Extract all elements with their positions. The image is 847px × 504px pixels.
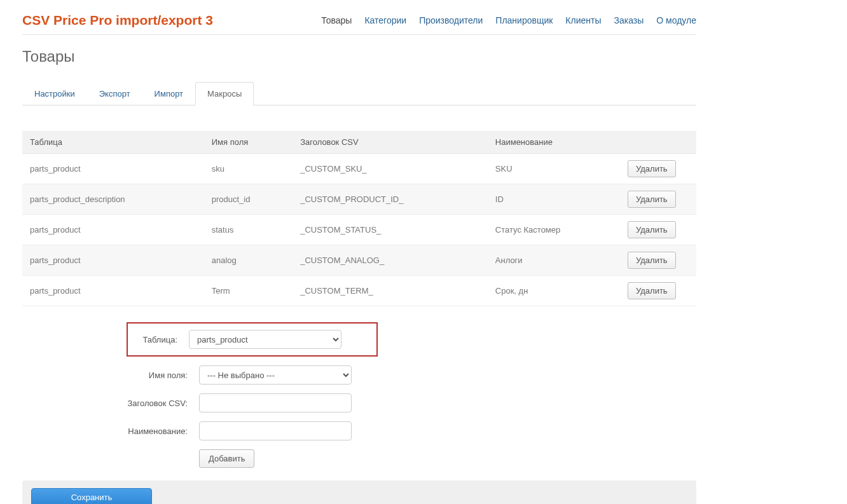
select-field[interactable]: --- Не выбрано --- <box>199 365 352 385</box>
th-name: Наименование <box>488 131 620 154</box>
label-csv: Заголовок CSV: <box>86 398 188 408</box>
cell-name: Анлоги <box>488 245 620 276</box>
cell-table: parts_product_description <box>22 184 204 215</box>
cell-name: SKU <box>488 154 620 184</box>
delete-button[interactable]: Удалить <box>628 252 676 269</box>
cell-table: parts_product <box>22 276 204 306</box>
cell-csv: _CUSTOM_PRODUCT_ID_ <box>293 184 488 215</box>
tab[interactable]: Макросы <box>195 82 254 106</box>
th-csv: Заголовок CSV <box>293 131 488 154</box>
cell-field: sku <box>204 154 293 184</box>
cell-name: ID <box>488 184 620 215</box>
tab[interactable]: Настройки <box>22 82 87 106</box>
cell-table: parts_product <box>22 245 204 276</box>
cell-field: product_id <box>204 184 293 215</box>
nav-link[interactable]: Клиенты <box>565 15 601 25</box>
input-csv[interactable] <box>199 393 352 412</box>
cell-name: Статус Кастомер <box>488 215 620 245</box>
delete-button[interactable]: Удалить <box>628 191 676 208</box>
top-nav: ТоварыКатегорииПроизводителиПланировщикК… <box>321 15 696 25</box>
cell-table: parts_product <box>22 154 204 184</box>
cell-csv: _CUSTOM_ANALOG_ <box>293 245 488 276</box>
delete-button[interactable]: Удалить <box>628 282 676 299</box>
app-brand: CSV Price Pro import/export 3 <box>22 13 213 28</box>
cell-field: analog <box>204 245 293 276</box>
delete-button[interactable]: Удалить <box>628 160 676 177</box>
table-row: parts_productTerm_CUSTOM_TERM_Срок, днУд… <box>22 276 696 306</box>
cell-field: Term <box>204 276 293 306</box>
cell-csv: _CUSTOM_SKU_ <box>293 154 488 184</box>
table-row: parts_product_descriptionproduct_id_CUST… <box>22 184 696 215</box>
delete-button[interactable]: Удалить <box>628 221 676 238</box>
nav-link[interactable]: Производители <box>419 15 483 25</box>
cell-name: Срок, дн <box>488 276 620 306</box>
add-macro-form: Таблица: parts_product Имя поля: --- Не … <box>22 322 696 468</box>
add-button[interactable]: Добавить <box>199 449 254 468</box>
th-actions <box>620 131 696 154</box>
th-field: Имя поля <box>204 131 293 154</box>
tab[interactable]: Импорт <box>142 82 195 106</box>
page-title: Товары <box>22 48 696 65</box>
nav-link[interactable]: Категории <box>364 15 406 25</box>
tabs: НастройкиЭкспортИмпортМакросы <box>22 81 696 106</box>
cell-csv: _CUSTOM_STATUS_ <box>293 215 488 245</box>
save-button[interactable]: Сохранить <box>31 488 152 504</box>
table-row: parts_productsku_CUSTOM_SKU_SKUУдалить <box>22 154 696 184</box>
cell-table: parts_product <box>22 215 204 245</box>
label-table: Таблица: <box>128 335 177 344</box>
macros-table: Таблица Имя поля Заголовок CSV Наименова… <box>22 131 696 306</box>
input-name[interactable] <box>199 421 352 440</box>
nav-link[interactable]: Планировщик <box>495 15 553 25</box>
nav-link[interactable]: Товары <box>321 15 352 25</box>
table-row: parts_productanalog_CUSTOM_ANALOG_Анлоги… <box>22 245 696 276</box>
cell-field: status <box>204 215 293 245</box>
footer-bar: Сохранить <box>22 480 696 504</box>
tab[interactable]: Экспорт <box>87 82 142 106</box>
table-select-highlight: Таблица: parts_product <box>127 322 378 357</box>
nav-link[interactable]: Заказы <box>614 15 644 25</box>
nav-link[interactable]: О модуле <box>656 15 696 25</box>
cell-csv: _CUSTOM_TERM_ <box>293 276 488 306</box>
table-row: parts_productstatus_CUSTOM_STATUS_Статус… <box>22 215 696 245</box>
th-table: Таблица <box>22 131 204 154</box>
select-table[interactable]: parts_product <box>189 330 341 349</box>
label-name: Наименование: <box>86 426 188 436</box>
label-field: Имя поля: <box>86 371 188 380</box>
